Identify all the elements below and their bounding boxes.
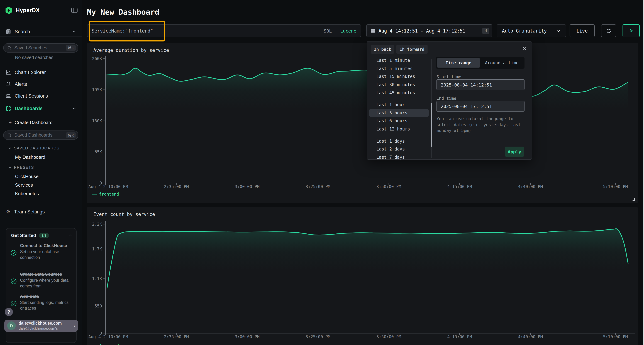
time-picker-tabs: Time range Around a time — [436, 57, 524, 69]
x-tick-label: 3:00:00 PM — [235, 184, 260, 189]
saved-searches-placeholder: Saved Searches — [14, 45, 47, 50]
checklist-item-subtitle: Set up your database connection — [20, 249, 73, 260]
shift-forward-button[interactable]: 1h forward — [396, 45, 428, 54]
sidebar-item-my-dashboard[interactable]: My Dashboard — [15, 154, 45, 160]
line-chart[interactable]: 260K195K130K65K0Aug 4 2:10:00 PM2:35:00 … — [87, 43, 638, 203]
x-tick-label: 5:10:00 PM — [603, 184, 628, 189]
quick-range-option[interactable]: Last 2 days — [369, 145, 428, 153]
sidebar-item-search[interactable]: Search — [0, 26, 82, 36]
line-chart[interactable]: 2.2K1.7K1.1K5500Aug 4 2:10:00 PM2:35:00 … — [87, 207, 638, 345]
plus-icon: + — [8, 119, 12, 125]
x-tick-label: 3:00:00 PM — [235, 335, 260, 339]
y-tick-label: 550 — [94, 304, 102, 308]
x-tick-label: 4:40:00 PM — [518, 184, 543, 189]
tab-around-a-time[interactable]: Around a time — [480, 58, 524, 67]
quick-range-option[interactable]: Last 45 minutes — [369, 89, 428, 97]
x-tick-label: 3:50:00 PM — [376, 335, 401, 339]
team-settings-label: Team Settings — [14, 209, 45, 214]
end-time-input[interactable]: 2025-08-04 17:12:51 — [436, 101, 524, 111]
sidebar-item-services[interactable]: Services — [15, 182, 33, 188]
checklist-item-title: Connect to ClickHouse — [20, 243, 67, 248]
legend-label: frontend — [99, 192, 119, 197]
quick-range-option[interactable]: Last 30 minutes — [369, 81, 428, 89]
x-tick-label: Aug 4 2:10:00 PM — [88, 335, 128, 339]
sidebar-item-team-settings[interactable]: ⚙ Team Settings — [0, 207, 82, 217]
time-picker-popup: 1h back 1h forward Last 1 minute Last 5 … — [367, 41, 532, 160]
quick-range-option[interactable]: Last 1 minute — [369, 56, 428, 64]
sidebar-item-dashboards[interactable]: Dashboards — [0, 103, 82, 113]
apply-button[interactable]: Apply — [505, 147, 524, 157]
x-tick-label: 5:10:00 PM — [603, 335, 628, 339]
series-area — [107, 229, 628, 333]
x-tick-label: 3:25:00 PM — [306, 184, 330, 189]
checklist-item-title: Create Data Sources — [20, 272, 62, 277]
x-tick-label: 2:35:00 PM — [164, 335, 189, 339]
play-button[interactable] — [622, 24, 640, 37]
sql-toggle[interactable]: SQL — [324, 28, 332, 33]
sidebar-item-client-sessions[interactable]: Client Sessions — [0, 91, 82, 101]
panel-resize-handle[interactable] — [632, 198, 635, 201]
chart-legend[interactable]: frontend — [92, 344, 119, 345]
chart-legend[interactable]: frontend — [92, 192, 119, 197]
legend-label: frontend — [99, 344, 119, 345]
x-tick-label: 3:25:00 PM — [306, 335, 330, 339]
granularity-dropdown[interactable]: Auto Granularity — [496, 24, 566, 37]
tab-time-range[interactable]: Time range — [437, 58, 480, 67]
time-picker-detail: Time range Around a time Start time 2025… — [436, 41, 528, 160]
x-tick-label: Aug 4 2:10:00 PM — [88, 184, 128, 189]
text-cursor — [469, 28, 470, 34]
filter-query-text: ServiceName:"frontend" — [92, 28, 153, 33]
search-filter-input[interactable]: ServiceName:"frontend" SQL | Lucene — [87, 24, 361, 37]
quick-range-option[interactable]: Last 5 minutes — [369, 64, 428, 73]
get-started-progress-badge: 3/3 — [39, 233, 49, 238]
sidebar-collapse-icon[interactable] — [71, 7, 78, 13]
help-button[interactable]: ? — [5, 308, 13, 316]
sidebar-item-alerts[interactable]: Alerts — [0, 79, 82, 89]
saved-dashboards-placeholder: Saved Dashboards — [14, 133, 52, 138]
time-range-input[interactable]: Aug 4 14:12:51 - Aug 4 17:12:51 d — [366, 24, 492, 37]
y-tick-label: 2.2K — [92, 222, 102, 227]
quick-range-option[interactable]: Last 7 days — [369, 153, 428, 160]
sidebar: HyperDX Search Saved Searches ⌘K No save… — [0, 0, 82, 345]
quick-range-option[interactable]: Last 15 minutes — [369, 73, 428, 81]
saved-searches-input[interactable]: Saved Searches ⌘K — [3, 43, 78, 52]
window-scrollbar[interactable] — [643, 0, 644, 345]
user-account-chip[interactable]: D dale@clickhouse.com dale@clickhouse.co… — [4, 320, 78, 332]
chart-panel-average-duration: Average duration by service 260K195K130K… — [87, 43, 638, 203]
live-button[interactable]: Live — [570, 24, 595, 37]
checklist-item[interactable]: Add Data Start sending logs, metrics, or… — [10, 293, 73, 311]
sidebar-item-kubernetes[interactable]: Kubernetes — [15, 191, 39, 196]
chevron-up-icon[interactable] — [68, 233, 73, 238]
quick-range-option[interactable]: Last 6 hours — [369, 117, 428, 125]
y-tick-label: 1.7K — [92, 247, 102, 251]
refresh-icon — [606, 28, 612, 34]
bell-icon — [6, 81, 11, 87]
y-tick-label: 1.1K — [92, 276, 102, 281]
checklist-item[interactable]: Create Data Sources Configure where your… — [10, 271, 73, 289]
lucene-toggle[interactable]: Lucene — [340, 28, 356, 33]
shift-back-button[interactable]: 1h back — [371, 45, 394, 54]
legend-line-swatch — [92, 194, 97, 195]
laptop-icon — [6, 93, 11, 98]
quick-range-option[interactable]: Last 3 hours — [369, 109, 428, 117]
quick-range-option[interactable]: Last 1 hour — [369, 101, 428, 109]
saved-dashboards-section-header[interactable]: SAVED DASHBOARDS — [8, 146, 60, 150]
presets-section-header[interactable]: PRESETS — [8, 165, 34, 169]
chart-title: Event count by service — [94, 212, 155, 217]
create-dashboard-button[interactable]: + Create Dashboard — [8, 119, 52, 125]
sidebar-search-label: Search — [15, 29, 30, 34]
check-circle-icon — [10, 274, 17, 289]
checklist-item-subtitle: Start sending logs, metrics, or traces — [20, 300, 73, 311]
y-tick-label: 65K — [94, 150, 102, 154]
sidebar-item-chart-explorer[interactable]: Chart Explorer — [0, 67, 82, 77]
start-time-input[interactable]: 2025-08-04 14:12:51 — [436, 79, 524, 90]
saved-dashboards-input[interactable]: Saved Dashboards ⌘K — [3, 130, 78, 140]
quick-range-option[interactable]: Last 1 days — [369, 137, 428, 145]
quick-range-option[interactable]: Last 12 hours — [369, 125, 428, 133]
refresh-button[interactable] — [601, 24, 616, 37]
scrollbar-thumb[interactable] — [431, 103, 432, 147]
sidebar-item-clickhouse[interactable]: ClickHouse — [15, 174, 39, 179]
x-tick-label: 3:50:00 PM — [376, 184, 401, 189]
search-icon — [7, 45, 12, 50]
checklist-item[interactable]: Connect to ClickHouse Set up your databa… — [10, 242, 73, 261]
